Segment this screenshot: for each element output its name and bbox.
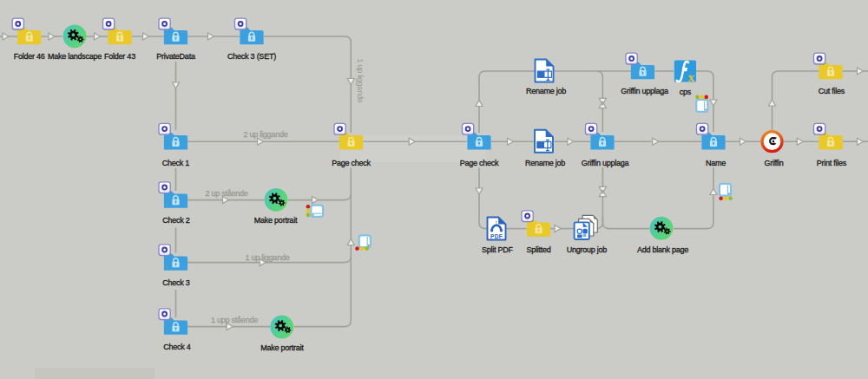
svg-text:Check 3 (SET): Check 3 (SET) (227, 52, 276, 61)
svg-text:Name: Name (706, 159, 726, 167)
svg-text:Check 1: Check 1 (162, 159, 190, 167)
svg-text:Ungroup job: Ungroup job (567, 245, 608, 254)
svg-text:1 upp stående: 1 upp stående (211, 316, 258, 324)
svg-text:Rename job: Rename job (525, 159, 565, 167)
svg-text:2 up stående: 2 up stående (205, 189, 247, 198)
svg-text:Check 3: Check 3 (162, 278, 190, 287)
svg-text:Page check: Page check (460, 159, 499, 167)
svg-text:Griffin: Griffin (764, 159, 783, 167)
svg-text:Splitted: Splitted (526, 245, 550, 254)
svg-text:Split PDF: Split PDF (482, 245, 514, 254)
svg-text:Make portrait: Make portrait (254, 216, 298, 225)
svg-text:PrivateData: PrivateData (156, 52, 195, 61)
svg-text:Cut files: Cut files (819, 87, 845, 95)
svg-text:Check 2: Check 2 (162, 216, 190, 225)
svg-text:Folder 46: Folder 46 (14, 52, 45, 61)
svg-text:2 up liggande: 2 up liggande (244, 130, 288, 139)
svg-text:Rename job: Rename job (526, 87, 566, 95)
svg-text:Add blank page: Add blank page (637, 245, 688, 254)
svg-text:Folder 43: Folder 43 (104, 52, 135, 61)
svg-text:Griffin upplaga: Griffin upplaga (582, 159, 629, 167)
svg-text:Check 4: Check 4 (163, 343, 191, 351)
svg-text:Make portrait: Make portrait (260, 343, 304, 352)
svg-text:Griffin upplaga: Griffin upplaga (621, 87, 668, 95)
svg-text:cps: cps (680, 88, 692, 96)
svg-text:Print files: Print files (817, 159, 847, 167)
svg-text:Page check: Page check (332, 159, 371, 167)
svg-text:Make landscape: Make landscape (48, 52, 102, 61)
svg-text:1 up liggande: 1 up liggande (356, 59, 365, 103)
svg-text:1 up liggande: 1 up liggande (246, 253, 290, 262)
